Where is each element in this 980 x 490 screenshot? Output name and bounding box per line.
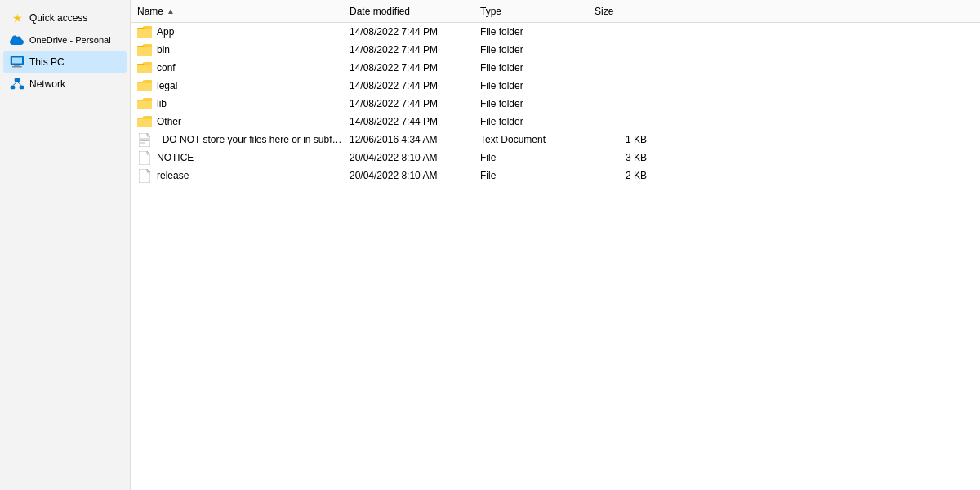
file-name-text: legal	[157, 80, 177, 91]
file-name-text: lib	[157, 98, 167, 109]
folder-icon	[137, 42, 152, 57]
cloud-icon	[10, 33, 24, 47]
file-type-cell: File folder	[474, 116, 588, 127]
file-name-text: conf	[157, 62, 176, 74]
file-date-cell: 14/08/2022 7:44 PM	[343, 62, 474, 74]
svg-rect-1	[12, 58, 22, 64]
table-row[interactable]: lib14/08/2022 7:44 PMFile folder	[131, 95, 980, 113]
folder-icon	[137, 60, 152, 75]
file-name-text: Other	[157, 116, 181, 127]
folder-icon	[137, 114, 152, 129]
file-icon	[137, 150, 152, 165]
file-icon	[137, 168, 152, 183]
file-name-text: App	[157, 26, 174, 38]
text-doc-icon	[137, 132, 152, 147]
svg-line-7	[13, 82, 18, 86]
table-row[interactable]: conf14/08/2022 7:44 PMFile folder	[131, 59, 980, 77]
svg-line-8	[17, 82, 22, 86]
file-type-cell: File folder	[474, 44, 588, 56]
file-name-cell: App	[131, 24, 343, 39]
file-name-cell: bin	[131, 42, 343, 57]
file-name-text: bin	[157, 44, 170, 56]
sidebar-item-label: Quick access	[29, 12, 87, 24]
file-date-cell: 14/08/2022 7:44 PM	[343, 116, 474, 127]
svg-rect-5	[11, 86, 15, 89]
sidebar-item-label: Network	[29, 78, 65, 90]
sidebar-item-label: This PC	[29, 56, 65, 68]
star-icon: ★	[10, 11, 24, 25]
file-type-cell: File folder	[474, 98, 588, 109]
file-type-cell: Text Document	[474, 134, 588, 145]
file-name-cell: lib	[131, 96, 343, 111]
sidebar-item-quick-access[interactable]: ★ Quick access	[3, 7, 127, 29]
file-date-cell: 12/06/2016 4:34 AM	[343, 134, 474, 145]
file-type-cell: File	[474, 152, 588, 163]
sidebar: ★ Quick access OneDrive - Personal This …	[0, 0, 131, 490]
svg-rect-4	[15, 78, 20, 82]
file-size-cell: 2 KB	[588, 170, 653, 181]
file-date-cell: 20/04/2022 8:10 AM	[343, 152, 474, 163]
file-date-cell: 14/08/2022 7:44 PM	[343, 80, 474, 91]
file-list: App14/08/2022 7:44 PMFile folder bin14/0…	[131, 23, 980, 490]
sidebar-item-this-pc[interactable]: This PC	[3, 51, 127, 73]
svg-rect-3	[12, 66, 22, 68]
file-type-cell: File folder	[474, 80, 588, 91]
column-header-date[interactable]: Date modified	[343, 4, 474, 19]
file-type-cell: File	[474, 170, 588, 181]
column-headers: Name ▲ Date modified Type Size	[131, 0, 980, 23]
file-name-cell: release	[131, 168, 343, 183]
table-row[interactable]: bin14/08/2022 7:44 PMFile folder	[131, 41, 980, 59]
folder-icon	[137, 78, 152, 93]
sidebar-item-onedrive[interactable]: OneDrive - Personal	[3, 29, 127, 51]
file-date-cell: 14/08/2022 7:44 PM	[343, 44, 474, 56]
file-date-cell: 14/08/2022 7:44 PM	[343, 98, 474, 109]
table-row[interactable]: _DO NOT store your files here or in subf…	[131, 131, 980, 149]
file-name-cell: conf	[131, 60, 343, 75]
table-row[interactable]: App14/08/2022 7:44 PMFile folder	[131, 23, 980, 41]
file-size-cell: 3 KB	[588, 152, 653, 163]
svg-rect-2	[14, 65, 20, 67]
file-name-text: _DO NOT store your files here or in subf…	[157, 134, 343, 145]
column-header-type[interactable]: Type	[474, 4, 588, 19]
table-row[interactable]: release20/04/2022 8:10 AMFile2 KB	[131, 167, 980, 185]
folder-icon	[137, 24, 152, 39]
file-name-cell: legal	[131, 78, 343, 93]
table-row[interactable]: legal14/08/2022 7:44 PMFile folder	[131, 77, 980, 95]
file-type-cell: File folder	[474, 26, 588, 38]
pc-icon	[10, 55, 24, 69]
file-size-cell: 1 KB	[588, 134, 653, 145]
network-icon	[10, 77, 24, 91]
main-content: Name ▲ Date modified Type Size App14/08/…	[131, 0, 980, 490]
file-name-cell: Other	[131, 114, 343, 129]
file-type-cell: File folder	[474, 62, 588, 74]
file-date-cell: 14/08/2022 7:44 PM	[343, 26, 474, 38]
file-date-cell: 20/04/2022 8:10 AM	[343, 170, 474, 181]
table-row[interactable]: Other14/08/2022 7:44 PMFile folder	[131, 113, 980, 131]
folder-icon	[137, 96, 152, 111]
file-name-text: NOTICE	[157, 152, 194, 163]
sidebar-item-label: OneDrive - Personal	[29, 35, 111, 45]
column-header-name[interactable]: Name ▲	[131, 4, 343, 19]
file-name-text: release	[157, 170, 189, 181]
table-row[interactable]: NOTICE20/04/2022 8:10 AMFile3 KB	[131, 149, 980, 167]
column-header-size[interactable]: Size	[588, 4, 653, 19]
svg-rect-6	[20, 86, 24, 89]
sidebar-item-network[interactable]: Network	[3, 74, 127, 95]
sort-arrow: ▲	[167, 7, 175, 16]
file-name-cell: NOTICE	[131, 150, 343, 165]
file-name-cell: _DO NOT store your files here or in subf…	[131, 132, 343, 147]
